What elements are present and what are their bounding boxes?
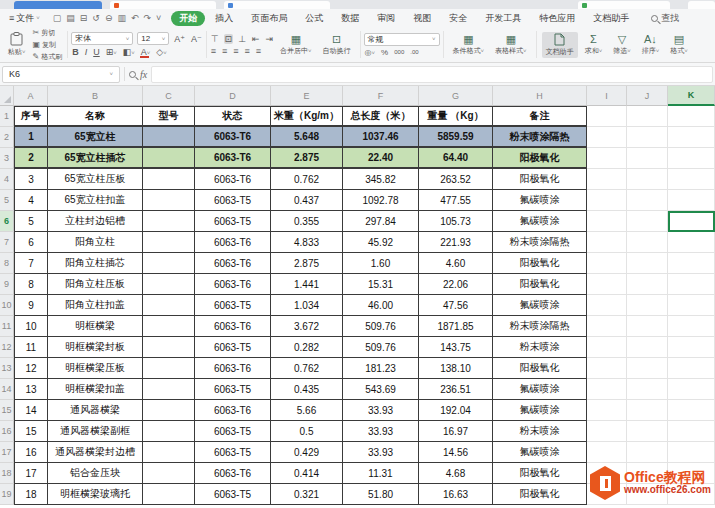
cell-K16[interactable] — [668, 421, 715, 442]
cell-K5[interactable] — [668, 190, 715, 211]
cell-E16[interactable]: 0.5 — [271, 421, 343, 442]
column-header-K[interactable]: K — [668, 86, 715, 106]
cell-H14[interactable]: 氟碳喷涂 — [493, 379, 587, 400]
cell-I11[interactable] — [587, 316, 627, 337]
cell-F15[interactable]: 33.93 — [343, 400, 419, 421]
cell-F18[interactable]: 11.31 — [343, 463, 419, 484]
cell-D1[interactable]: 状态 — [195, 106, 271, 127]
cell-B2[interactable]: 65宽立柱 — [48, 127, 143, 148]
cell-D4[interactable]: 6063-T6 — [195, 169, 271, 190]
cell-F10[interactable]: 46.00 — [343, 295, 419, 316]
cell-I14[interactable] — [587, 379, 627, 400]
cell-E11[interactable]: 3.672 — [271, 316, 343, 337]
cell-K10[interactable] — [668, 295, 715, 316]
cell-K9[interactable] — [668, 274, 715, 295]
cell-D5[interactable]: 6063-T5 — [195, 190, 271, 211]
fx-icon[interactable]: fx — [140, 69, 147, 80]
row-header-10[interactable]: 10 — [0, 295, 14, 316]
cell-K2[interactable] — [668, 127, 715, 148]
cell-D18[interactable]: 6063-T6 — [195, 463, 271, 484]
row-header-6[interactable]: 6 — [0, 211, 14, 232]
document-tab-3[interactable] — [224, 1, 330, 9]
cell-E2[interactable]: 5.648 — [271, 127, 343, 148]
cell-A17[interactable]: 16 — [14, 442, 48, 463]
cell-G8[interactable]: 4.60 — [419, 253, 493, 274]
cell-I6[interactable] — [587, 211, 627, 232]
cell-F13[interactable]: 181.23 — [343, 358, 419, 379]
cell-J9[interactable] — [627, 274, 668, 295]
cell-B18[interactable]: 铝合金压块 — [48, 463, 143, 484]
cell-E15[interactable]: 5.66 — [271, 400, 343, 421]
underline-button[interactable]: U — [92, 47, 101, 57]
ribbon-tab-文档助手[interactable]: 文档助手 — [585, 11, 637, 26]
cell-C19[interactable] — [143, 484, 195, 505]
percent-icon[interactable]: % — [380, 48, 389, 57]
cell-B11[interactable]: 明框横梁 — [48, 316, 143, 337]
cell-B14[interactable]: 明框横梁扣盖 — [48, 379, 143, 400]
cell-G13[interactable]: 138.10 — [419, 358, 493, 379]
cell-D11[interactable]: 6063-T6 — [195, 316, 271, 337]
cell-D6[interactable]: 6063-T5 — [195, 211, 271, 232]
cell-B17[interactable]: 通风器横梁封边槽 — [48, 442, 143, 463]
decrease-indent-icon[interactable]: ⇤ — [251, 34, 261, 44]
cell-J6[interactable] — [627, 211, 668, 232]
row-header-9[interactable]: 9 — [0, 274, 14, 295]
wrap-text-button[interactable]: ⊡ 自动换行 — [319, 32, 355, 57]
ribbon-tab-页面布局[interactable]: 页面布局 — [243, 11, 295, 26]
cell-A19[interactable]: 18 — [14, 484, 48, 505]
row-header-17[interactable]: 17 — [0, 442, 14, 463]
cell-H18[interactable]: 阳极氧化 — [493, 463, 587, 484]
align-left-icon[interactable]: ≡ — [210, 46, 217, 56]
formula-input[interactable] — [151, 66, 713, 83]
cell-E18[interactable]: 0.414 — [271, 463, 343, 484]
cell-F2[interactable]: 1037.46 — [343, 127, 419, 148]
row-header-5[interactable]: 5 — [0, 190, 14, 211]
cell-J5[interactable] — [627, 190, 668, 211]
align-middle-icon[interactable]: ⊡ — [224, 34, 234, 44]
row-header-3[interactable]: 3 — [0, 148, 14, 169]
cell-A11[interactable]: 10 — [14, 316, 48, 337]
cell-I10[interactable] — [587, 295, 627, 316]
cell-D7[interactable]: 6063-T6 — [195, 232, 271, 253]
cell-C5[interactable] — [143, 190, 195, 211]
cell-C12[interactable] — [143, 337, 195, 358]
cell-I7[interactable] — [587, 232, 627, 253]
cell-B5[interactable]: 65宽立柱扣盖 — [48, 190, 143, 211]
cell-G5[interactable]: 477.55 — [419, 190, 493, 211]
cell-H1[interactable]: 备注 — [493, 106, 587, 127]
print-preview-icon[interactable]: ▥ — [117, 13, 126, 23]
cell-F3[interactable]: 22.40 — [343, 148, 419, 169]
cell-D8[interactable]: 6063-T6 — [195, 253, 271, 274]
cell-D19[interactable]: 6063-T5 — [195, 484, 271, 505]
save-icon[interactable]: ⊟ — [80, 13, 88, 23]
cell-B12[interactable]: 明框横梁封板 — [48, 337, 143, 358]
cell-E1[interactable]: 米重（Kg/m） — [271, 106, 343, 127]
decimal-places-icon[interactable]: .00 — [409, 49, 419, 55]
ribbon-tab-安全[interactable]: 安全 — [441, 11, 475, 26]
cell-F1[interactable]: 总长度（米） — [343, 106, 419, 127]
borders-icon[interactable]: ⊞˅ — [105, 47, 118, 57]
cell-D2[interactable]: 6063-T6 — [195, 127, 271, 148]
cell-I2[interactable] — [587, 127, 627, 148]
column-header-C[interactable]: C — [143, 86, 195, 106]
cell-E10[interactable]: 1.034 — [271, 295, 343, 316]
cell-F8[interactable]: 1.60 — [343, 253, 419, 274]
row-header-18[interactable]: 18 — [0, 463, 14, 484]
cell-A5[interactable]: 4 — [14, 190, 48, 211]
cell-D3[interactable]: 6063-T6 — [195, 148, 271, 169]
column-header-J[interactable]: J — [627, 86, 668, 106]
cell-H2[interactable]: 粉末喷涂隔热 — [493, 127, 587, 148]
new-file-icon[interactable]: ▢ — [53, 13, 62, 23]
cell-B10[interactable]: 阳角立柱扣盖 — [48, 295, 143, 316]
cell-H7[interactable]: 粉末喷涂隔热 — [493, 232, 587, 253]
cell-J16[interactable] — [627, 421, 668, 442]
row-header-7[interactable]: 7 — [0, 232, 14, 253]
increase-font-icon[interactable]: A⁺ — [173, 34, 186, 44]
document-tab-4[interactable] — [578, 1, 670, 9]
cell-B6[interactable]: 立柱封边铝槽 — [48, 211, 143, 232]
cell-K8[interactable] — [668, 253, 715, 274]
align-bottom-icon[interactable]: ⊥ — [237, 34, 247, 44]
row-header-1[interactable]: 1 — [0, 106, 14, 127]
cell-H9[interactable]: 阳极氧化 — [493, 274, 587, 295]
cell-F14[interactable]: 543.69 — [343, 379, 419, 400]
